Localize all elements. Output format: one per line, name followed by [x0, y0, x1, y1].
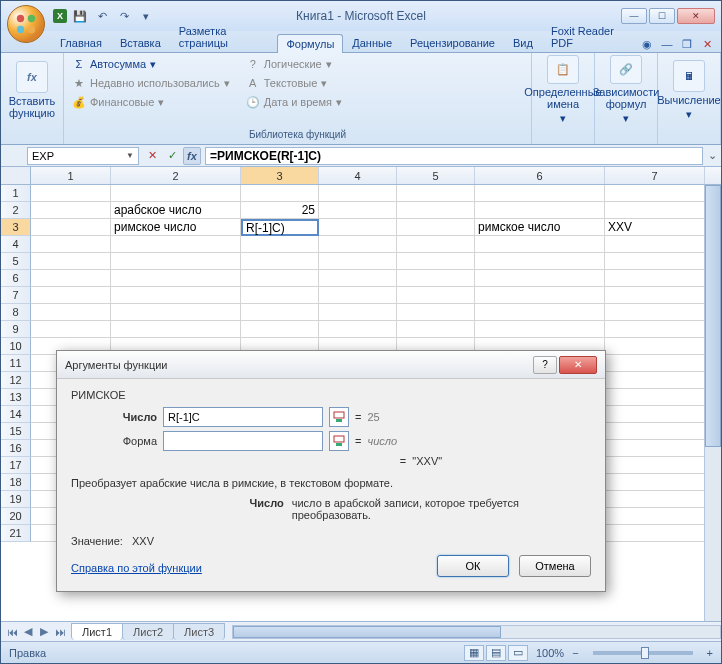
row-header[interactable]: 19 [1, 491, 31, 508]
autosum-button[interactable]: ΣАвтосумма ▾ [68, 55, 234, 73]
cell[interactable] [605, 389, 705, 406]
page-layout-view-icon[interactable]: ▤ [486, 645, 506, 661]
cell[interactable] [475, 253, 605, 270]
tab-insert[interactable]: Вставка [111, 33, 170, 52]
cell[interactable] [605, 440, 705, 457]
undo-icon[interactable]: ↶ [93, 7, 111, 25]
cell[interactable] [605, 321, 705, 338]
expand-formula-bar-icon[interactable]: ⌄ [703, 149, 721, 162]
row-header[interactable]: 6 [1, 270, 31, 287]
tab-data[interactable]: Данные [343, 33, 401, 52]
cell[interactable] [397, 270, 475, 287]
doc-close-icon[interactable]: ✕ [699, 36, 715, 52]
name-box[interactable]: EXP ▼ [27, 147, 139, 165]
cell[interactable]: 25 [241, 202, 319, 219]
col-header[interactable]: 7 [605, 167, 705, 184]
cell[interactable] [31, 287, 111, 304]
dialog-help-button[interactable]: ? [533, 356, 557, 374]
col-header[interactable]: 5 [397, 167, 475, 184]
tab-view[interactable]: Вид [504, 33, 542, 52]
arg-input-number[interactable] [163, 407, 323, 427]
cell[interactable] [111, 253, 241, 270]
sheet-tab[interactable]: Лист1 [71, 623, 123, 640]
row-header[interactable]: 17 [1, 457, 31, 474]
cell[interactable] [605, 508, 705, 525]
cell[interactable] [111, 321, 241, 338]
cancel-formula-icon[interactable]: ✕ [143, 147, 161, 165]
cell[interactable] [111, 185, 241, 202]
cell[interactable] [241, 270, 319, 287]
cell[interactable] [241, 236, 319, 253]
cell[interactable] [605, 525, 705, 542]
cell[interactable] [241, 304, 319, 321]
select-all-corner[interactable] [1, 167, 31, 184]
cell[interactable] [605, 185, 705, 202]
cell[interactable] [475, 321, 605, 338]
cell[interactable] [241, 321, 319, 338]
cell[interactable] [31, 321, 111, 338]
cell[interactable] [475, 185, 605, 202]
tab-formulas[interactable]: Формулы [277, 34, 343, 53]
next-sheet-icon[interactable]: ▶ [37, 625, 51, 639]
cell[interactable] [319, 219, 397, 236]
cell[interactable]: арабское число [111, 202, 241, 219]
cell[interactable] [605, 474, 705, 491]
cell[interactable] [31, 185, 111, 202]
cell[interactable] [605, 270, 705, 287]
function-help-link[interactable]: Справка по этой функции [71, 562, 202, 574]
cell[interactable] [397, 219, 475, 236]
row-header[interactable]: 7 [1, 287, 31, 304]
cell[interactable] [319, 304, 397, 321]
cell[interactable] [475, 236, 605, 253]
cell[interactable] [319, 321, 397, 338]
cell[interactable] [319, 202, 397, 219]
doc-restore-icon[interactable]: ❐ [679, 36, 695, 52]
collapse-dialog-icon[interactable] [329, 431, 349, 451]
close-button[interactable]: ✕ [677, 8, 715, 24]
defined-names-button[interactable]: 📋 Определенные имена▾ [536, 55, 590, 125]
row-header[interactable]: 16 [1, 440, 31, 457]
redo-icon[interactable]: ↷ [115, 7, 133, 25]
prev-sheet-icon[interactable]: ◀ [21, 625, 35, 639]
cell[interactable] [397, 321, 475, 338]
maximize-button[interactable]: ☐ [649, 8, 675, 24]
row-header[interactable]: 1 [1, 185, 31, 202]
cell[interactable] [319, 287, 397, 304]
scrollbar-thumb[interactable] [705, 185, 721, 447]
col-header[interactable]: 3 [241, 167, 319, 184]
help-icon[interactable]: ◉ [639, 36, 655, 52]
cell[interactable] [605, 355, 705, 372]
cell[interactable] [397, 287, 475, 304]
cell[interactable] [605, 457, 705, 474]
cell[interactable] [319, 270, 397, 287]
row-header[interactable]: 12 [1, 372, 31, 389]
cell[interactable] [31, 270, 111, 287]
horizontal-scrollbar[interactable] [232, 625, 721, 639]
cell[interactable] [397, 253, 475, 270]
calculation-button[interactable]: 🖩 Вычисление▾ [662, 55, 716, 125]
row-header[interactable]: 13 [1, 389, 31, 406]
cell[interactable] [605, 287, 705, 304]
cell[interactable] [605, 338, 705, 355]
doc-minimize-icon[interactable]: — [659, 36, 675, 52]
cell[interactable] [605, 236, 705, 253]
row-header[interactable]: 14 [1, 406, 31, 423]
cell[interactable]: римское число [111, 219, 241, 236]
cell[interactable] [111, 236, 241, 253]
cell[interactable] [397, 304, 475, 321]
row-header[interactable]: 5 [1, 253, 31, 270]
tab-home[interactable]: Главная [51, 33, 111, 52]
cell[interactable] [475, 202, 605, 219]
zoom-level[interactable]: 100% [536, 647, 564, 659]
cell[interactable] [111, 287, 241, 304]
dialog-titlebar[interactable]: Аргументы функции ? ✕ [57, 351, 605, 379]
row-header[interactable]: 4 [1, 236, 31, 253]
cell[interactable] [31, 236, 111, 253]
cell[interactable] [241, 287, 319, 304]
formula-deps-button[interactable]: 🔗 Зависимости формул▾ [599, 55, 653, 125]
scrollbar-thumb[interactable] [233, 626, 501, 638]
ok-button[interactable]: ОК [437, 555, 509, 577]
arg-input-form[interactable] [163, 431, 323, 451]
cell[interactable] [31, 304, 111, 321]
tab-review[interactable]: Рецензирование [401, 33, 504, 52]
